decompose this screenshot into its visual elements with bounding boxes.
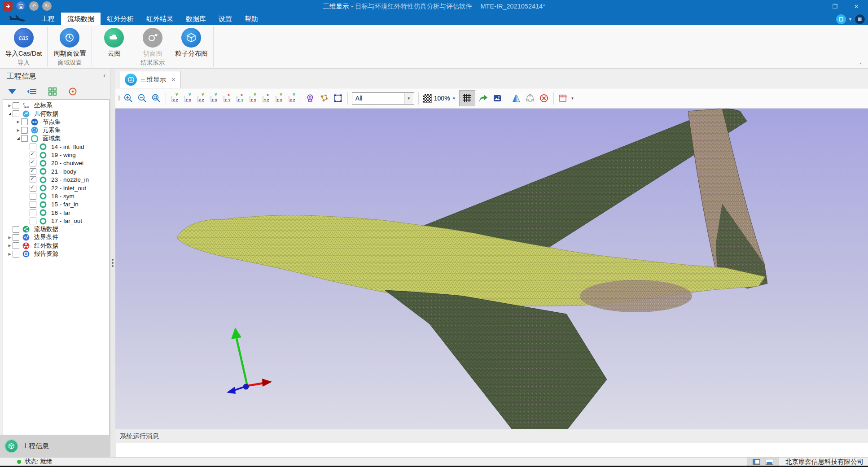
snapshot-icon[interactable] — [491, 92, 504, 105]
tree-item-[interactable]: 流场数据 — [3, 225, 109, 233]
tree-checkbox[interactable] — [30, 193, 36, 200]
tree-expander-icon[interactable]: ◢ — [7, 112, 13, 116]
filter-icon[interactable] — [7, 87, 17, 96]
tree-item-[interactable]: ◢面域集 — [3, 135, 109, 143]
mirror-icon[interactable] — [509, 92, 523, 105]
menu-item-4[interactable]: 数据库 — [180, 13, 212, 25]
tree-item-[interactable]: ▶边界条件 — [3, 233, 109, 241]
tree-checkbox[interactable] — [30, 185, 36, 192]
zoom-in-icon[interactable] — [122, 92, 136, 105]
tree-checkbox[interactable] — [13, 251, 19, 258]
ribbon-button-clock[interactable]: 周期面设置 — [51, 28, 88, 58]
grid-view-icon[interactable] — [48, 87, 57, 96]
outline-list-icon[interactable] — [27, 87, 37, 96]
tree-checkbox[interactable] — [30, 201, 36, 208]
menu-item-3[interactable]: 红外结果 — [140, 13, 180, 25]
particle-trace-icon[interactable] — [317, 92, 331, 105]
style-panel-icon[interactable] — [836, 14, 846, 24]
view-orientation-icon-10[interactable]: x z Y — [285, 92, 298, 105]
panel-collapse-icon[interactable]: ‹ — [103, 71, 105, 79]
ribbon-button-cas[interactable]: cas导入Cas/Dat — [4, 28, 44, 58]
tree-item-[interactable]: ▶节点集 — [3, 118, 109, 126]
ribbon-button-particle-cube[interactable]: 粒子分布图 — [173, 28, 210, 58]
view-orientation-icon-7[interactable]: z x Y — [246, 92, 259, 105]
combo-dropdown-icon[interactable]: ▼ — [404, 93, 413, 104]
tree-item-19-wing[interactable]: 19 - wing — [3, 151, 109, 159]
grid-toggle-button[interactable] — [459, 90, 475, 106]
tree-checkbox[interactable] — [21, 127, 28, 134]
tree-expander-icon[interactable]: ▶ — [7, 104, 13, 108]
tree-item-[interactable]: ▶报告资源 — [3, 250, 109, 258]
view-orientation-icon-5[interactable]: z Y x — [220, 92, 233, 105]
tree-item-15-far_in[interactable]: 15 - far_in — [3, 201, 109, 209]
tree-checkbox[interactable] — [30, 152, 36, 158]
tab-3d-display[interactable]: 三维显示 ✕ — [120, 71, 181, 88]
zoom-level-control[interactable]: 100% ▼ — [423, 94, 456, 103]
view-orientation-icon-3[interactable]: x z Y — [194, 92, 207, 105]
viewport-3d[interactable]: 系统运行消息 — [115, 109, 868, 443]
view-orientation-icon-8[interactable]: Y z x — [259, 92, 272, 105]
splitter-grip[interactable] — [112, 259, 114, 261]
minimize-button[interactable]: — — [802, 0, 824, 13]
tree-expander-icon[interactable]: ▶ — [15, 128, 21, 132]
tree-checkbox[interactable] — [13, 226, 19, 233]
tree-checkbox[interactable] — [30, 209, 36, 216]
toolbar-drag-handle[interactable]: ‖ — [118, 95, 120, 102]
tree-expander-icon[interactable]: ▶ — [7, 244, 13, 248]
layout-panel-icon[interactable] — [855, 14, 865, 25]
camera-icon[interactable] — [303, 92, 317, 105]
tree-checkbox[interactable] — [21, 135, 28, 142]
ribbon-collapse-icon[interactable]: ⌃ — [859, 62, 863, 67]
view-orientation-icon-9[interactable]: z x Y — [272, 92, 285, 105]
tree-checkbox[interactable] — [30, 218, 36, 224]
tree-checkbox[interactable] — [21, 118, 28, 125]
tree-checkbox[interactable] — [13, 234, 19, 241]
close-button[interactable]: ✕ — [846, 0, 867, 13]
tree-item-21-body[interactable]: 21 - body — [3, 167, 109, 175]
tab-close-icon[interactable]: ✕ — [171, 76, 176, 83]
ribbon-button-cloud[interactable]: 云图 — [96, 28, 132, 58]
tree-checkbox[interactable] — [13, 102, 19, 109]
layout-left-icon[interactable] — [753, 459, 760, 465]
menu-item-2[interactable]: 红外分析 — [101, 13, 140, 25]
tree-expander-icon[interactable]: ▶ — [7, 252, 13, 256]
tree-item-18-sym[interactable]: 18 - sym — [3, 192, 109, 200]
clear-icon[interactable] — [537, 92, 551, 105]
chevron-down-icon[interactable]: ▼ — [848, 17, 852, 22]
tree-checkbox[interactable] — [13, 242, 19, 249]
menu-item-1[interactable]: 流场数据 — [61, 13, 101, 25]
section-box-icon[interactable] — [556, 92, 570, 105]
tree-checkbox[interactable] — [30, 176, 36, 183]
maximize-button[interactable]: ❐ — [824, 0, 846, 13]
ribbon-button-slice[interactable]: 切面图 — [134, 28, 171, 58]
box-select-icon[interactable] — [331, 92, 345, 105]
tree-checkbox[interactable] — [30, 160, 36, 166]
tree-expander-icon[interactable]: ▶ — [7, 236, 13, 240]
tree-expander-icon[interactable]: ▶ — [15, 120, 21, 124]
layout-bottom-icon[interactable] — [766, 459, 773, 465]
tree-item-17-far_out[interactable]: 17 - far_out — [3, 217, 109, 225]
tree-item-[interactable]: ▶红外数据 — [3, 242, 109, 250]
tree-item-16-far[interactable]: 16 - far — [3, 209, 109, 217]
panel-bottom-tab[interactable]: 工程信息 — [0, 435, 110, 457]
smooth-icon[interactable] — [523, 92, 537, 105]
view-orientation-icon-6[interactable]: z Y x — [233, 92, 246, 105]
tree-item-[interactable]: ▶元素集 — [3, 126, 109, 134]
tree-item-23-nozzle_in[interactable]: 23 - nozzle_in — [3, 176, 109, 184]
tree-checkbox[interactable] — [30, 144, 36, 150]
view-orientation-icon-2[interactable]: z x Y — [181, 92, 194, 105]
menu-item-5[interactable]: 设置 — [212, 13, 238, 25]
tree-checkbox[interactable] — [13, 110, 19, 117]
section-box-caret-icon[interactable]: ▼ — [571, 96, 574, 100]
tree-item-22-inlet_out[interactable]: 22 - inlet_out — [3, 184, 109, 192]
tree-checkbox[interactable] — [30, 168, 36, 175]
display-filter-select[interactable]: All ▼ — [352, 92, 414, 105]
view-orientation-icon-1[interactable]: x z Y — [168, 92, 181, 105]
export-icon[interactable] — [477, 92, 491, 105]
tree-item-14-int_fluid[interactable]: 14 - int_fluid — [3, 143, 109, 151]
zoom-fit-icon[interactable] — [149, 92, 163, 105]
tree-item-20-chuiwei[interactable]: 20 - chuiwei — [3, 159, 109, 167]
zoom-out-icon[interactable] — [136, 92, 149, 105]
tree-expander-icon[interactable]: ◢ — [15, 136, 21, 140]
view-orientation-icon-4[interactable]: z x Y — [207, 92, 220, 105]
